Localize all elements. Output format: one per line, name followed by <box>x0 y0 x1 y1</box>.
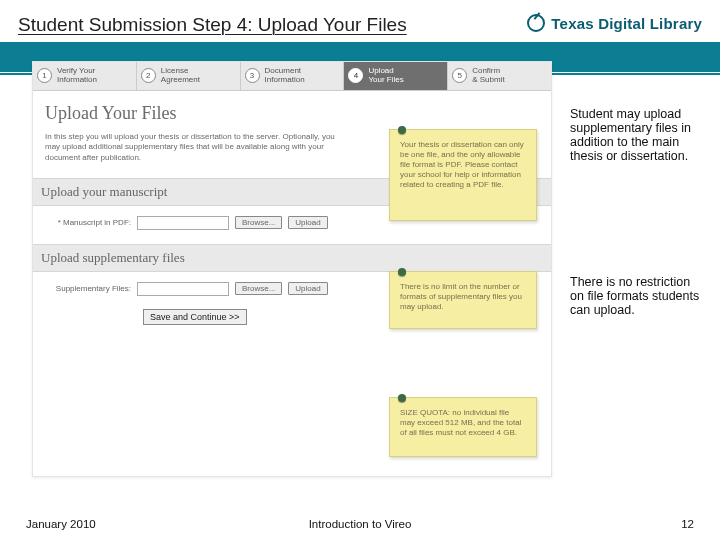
brand-text: Texas Digital Library <box>551 15 702 32</box>
step-1-num: 1 <box>37 68 52 83</box>
footer-page-number: 12 <box>681 518 694 530</box>
step-3-label: DocumentInformation <box>265 67 305 85</box>
browse-button-2[interactable]: Browse... <box>235 282 282 295</box>
step-4-num: 4 <box>348 68 363 83</box>
manuscript-label: * Manuscript in PDF: <box>53 219 131 228</box>
step-bar: 1Verify YourInformation 2LicenseAgreemen… <box>33 62 551 91</box>
sticky-note-1: Your thesis or dissertation can only be … <box>389 129 537 221</box>
upload-button-2[interactable]: Upload <box>288 282 327 295</box>
page-heading: Upload Your Files <box>45 103 539 124</box>
footer-title: Introduction to Vireo <box>309 518 412 530</box>
slide-title: Student Submission Step 4: Upload Your F… <box>18 14 407 36</box>
step-3-num: 3 <box>245 68 260 83</box>
supplementary-label: Supplementary Files: <box>53 285 131 294</box>
pin-icon <box>398 268 406 276</box>
sticky-note-3: SIZE QUOTA: no individual file may excee… <box>389 397 537 457</box>
step-1-label: Verify YourInformation <box>57 67 97 85</box>
step-4-label: UploadYour Files <box>368 67 403 85</box>
intro-text: In this step you will upload your thesis… <box>45 132 335 164</box>
browse-button-1[interactable]: Browse... <box>235 216 282 229</box>
tdl-logo-icon <box>527 14 545 32</box>
step-2-num: 2 <box>141 68 156 83</box>
supplementary-file-input[interactable] <box>137 282 229 296</box>
step-5-label: Confirm& Submit <box>472 67 504 85</box>
upload-button-1[interactable]: Upload <box>288 216 327 229</box>
app-screenshot: 1Verify YourInformation 2LicenseAgreemen… <box>32 61 552 477</box>
sticky-note-1-text: Your thesis or dissertation can only be … <box>400 140 524 189</box>
pin-icon <box>398 394 406 402</box>
callout-1: Student may upload supplementary files i… <box>570 107 700 163</box>
brand-logo: Texas Digital Library <box>527 14 702 32</box>
section-upload-supplementary: Upload supplementary files <box>33 244 551 272</box>
pin-icon <box>398 126 406 134</box>
step-2-label: LicenseAgreement <box>161 67 200 85</box>
step-5-num: 5 <box>452 68 467 83</box>
manuscript-file-input[interactable] <box>137 216 229 230</box>
slide-footer: January 2010 Introduction to Vireo 12 <box>0 512 720 540</box>
sticky-note-2-text: There is no limit on the number or forma… <box>400 282 522 311</box>
sticky-note-3-text: SIZE QUOTA: no individual file may excee… <box>400 408 521 437</box>
callout-2: There is no restriction on file formats … <box>570 275 700 317</box>
save-continue-button[interactable]: Save and Continue >> <box>143 309 247 325</box>
footer-date: January 2010 <box>26 518 96 530</box>
sticky-note-2: There is no limit on the number or forma… <box>389 271 537 329</box>
